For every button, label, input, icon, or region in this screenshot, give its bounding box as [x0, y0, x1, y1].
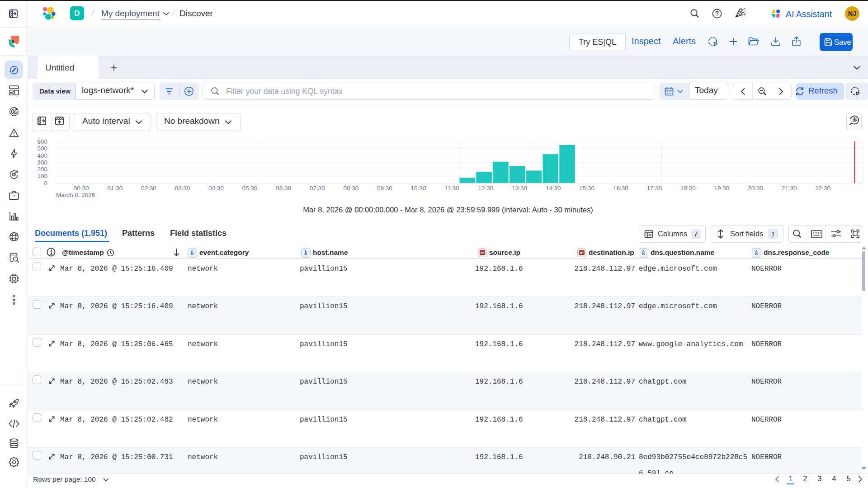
- svg-text:04:30: 04:30: [208, 185, 224, 192]
- svg-text:16:30: 16:30: [613, 185, 628, 192]
- svg-text:06:30: 06:30: [276, 185, 291, 192]
- svg-text:18:30: 18:30: [680, 185, 696, 192]
- svg-text:March 8, 2026: March 8, 2026: [56, 192, 95, 198]
- svg-text:IP: IP: [481, 251, 484, 255]
- svg-text:19:30: 19:30: [714, 185, 730, 192]
- svg-text:15:30: 15:30: [579, 185, 594, 192]
- svg-text:IP: IP: [580, 251, 584, 255]
- svg-text:00:30: 00:30: [74, 185, 89, 192]
- svg-text:22:30: 22:30: [815, 185, 830, 192]
- svg-text:02:30: 02:30: [141, 185, 156, 192]
- svg-text:14:30: 14:30: [546, 185, 561, 192]
- svg-text:08:30: 08:30: [343, 185, 359, 192]
- svg-text:100: 100: [37, 173, 47, 179]
- svg-text:12:30: 12:30: [478, 185, 494, 192]
- svg-text:21:30: 21:30: [782, 185, 797, 192]
- svg-text:09:30: 09:30: [377, 185, 392, 192]
- svg-text:0: 0: [44, 180, 47, 187]
- svg-text:400: 400: [37, 152, 47, 159]
- svg-text:300: 300: [37, 159, 47, 166]
- svg-text:20:30: 20:30: [748, 185, 763, 192]
- svg-text:13:30: 13:30: [512, 185, 527, 192]
- svg-text:01:30: 01:30: [107, 185, 123, 192]
- svg-text:07:30: 07:30: [310, 185, 325, 192]
- svg-text:11:30: 11:30: [444, 185, 459, 192]
- svg-text:500: 500: [37, 145, 47, 152]
- svg-text:05:30: 05:30: [242, 185, 258, 192]
- svg-text:03:30: 03:30: [175, 185, 190, 192]
- svg-text:200: 200: [37, 166, 47, 173]
- svg-text:10:30: 10:30: [411, 185, 426, 192]
- svg-text:600: 600: [37, 138, 47, 145]
- svg-text:17:30: 17:30: [647, 185, 662, 192]
